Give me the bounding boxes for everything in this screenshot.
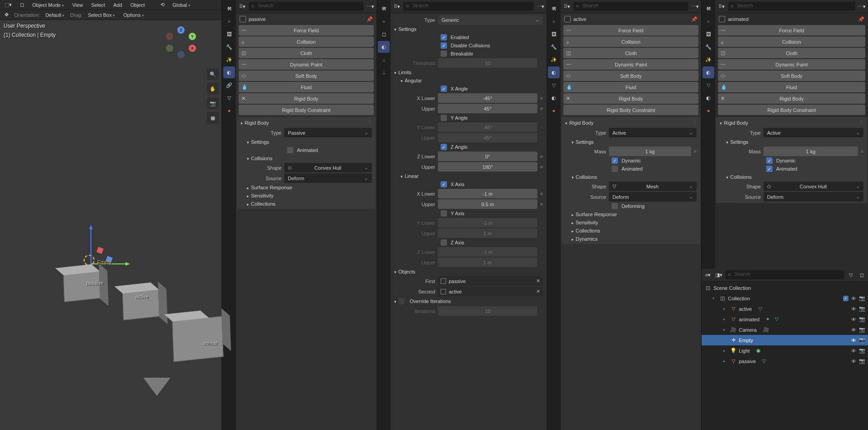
tree-item-passive[interactable]: ▸▽passive ▽👁📷 (702, 356, 868, 366)
threshold-field[interactable]: 10 (438, 58, 537, 68)
x-axis-checkbox[interactable] (441, 181, 447, 187)
x-lower-field[interactable]: -45° (438, 93, 537, 103)
tab-physics-icon[interactable]: ◐ (378, 41, 390, 53)
btn-force-field[interactable]: 〰Force Field (239, 25, 374, 35)
tree-collection[interactable]: ▾◫Collection👁📷 (702, 293, 868, 304)
subsection-linear[interactable]: Linear (391, 172, 547, 180)
x-upper-field[interactable]: 45° (438, 104, 537, 113)
subsection-dynamics[interactable]: Dynamics (562, 235, 700, 243)
tab-particles-icon[interactable]: ✨ (223, 54, 235, 66)
btn-force-field[interactable]: 〰Force Field (563, 25, 698, 35)
btn-fluid[interactable]: 💧Fluid (563, 82, 698, 92)
type-dropdown[interactable]: Passive (284, 128, 372, 137)
orientation-dropdown[interactable]: Global (170, 1, 193, 9)
search-input[interactable]: Search (573, 2, 688, 11)
tab-data-icon[interactable]: ▽ (223, 92, 235, 104)
animated-checkbox[interactable] (766, 166, 773, 172)
subsection-collisions[interactable]: Collisions (562, 173, 700, 181)
outliner-type-icon[interactable]: ≡▾ (703, 270, 712, 279)
tab-particles-icon[interactable]: ✨ (548, 54, 560, 66)
tab-material-icon[interactable]: ● (223, 105, 235, 116)
subsection-collisions[interactable]: Collisions (716, 173, 867, 181)
override-iterations-checkbox[interactable] (398, 298, 405, 304)
visibility-icon[interactable]: 👁 (851, 359, 856, 364)
btn-soft-body[interactable]: ⬭Soft Body (718, 71, 865, 81)
mode-dropdown[interactable]: Object Mode (30, 1, 67, 9)
type-dropdown[interactable]: Generic (438, 15, 543, 25)
section-rigid-body[interactable]: Rigid Body⠿ (562, 118, 700, 127)
shape-dropdown[interactable]: ◇ Convex Hull (284, 163, 372, 172)
render-icon[interactable]: 📷 (859, 295, 865, 301)
second-object-field[interactable]: active✕ (438, 287, 543, 296)
tab-mesh-icon[interactable]: ▽ (702, 79, 714, 91)
btn-collision[interactable]: ⎐Collision (239, 36, 374, 47)
object-animated-cube[interactable] (172, 316, 223, 362)
tab-material-icon[interactable]: ◐ (702, 92, 714, 104)
iterations-field[interactable]: 10 (438, 306, 537, 316)
tree-item-animated[interactable]: ▸▽animated ✦ ▽👁📷 (702, 314, 868, 324)
tab-render-icon[interactable]: ▫ (223, 15, 235, 27)
search-input[interactable]: Search (728, 2, 855, 11)
tab-render-icon[interactable]: ▫ (378, 15, 390, 27)
tab-output-icon[interactable]: 🖼 (548, 28, 560, 40)
display-mode-icon[interactable]: ◨▾ (714, 270, 723, 279)
lx-lower-field[interactable]: -1 m (438, 189, 537, 198)
z-upper-field[interactable]: 180° (438, 162, 537, 172)
enabled-checkbox[interactable] (441, 34, 447, 40)
mass-field[interactable]: 1 kg (609, 147, 691, 156)
tab-wrench-icon[interactable]: 🔧 (223, 41, 235, 53)
pin-icon[interactable]: 📌 (691, 16, 697, 22)
section-rigid-body[interactable]: Rigid Body⠿ (237, 118, 376, 127)
pin-icon[interactable]: 📌 (858, 16, 864, 22)
tree-item-empty[interactable]: ✛Empty👁📷 (702, 335, 868, 345)
subsection-angular[interactable]: Angular (391, 76, 547, 85)
btn-force-field[interactable]: 〰Force Field (718, 25, 865, 35)
subsection-settings[interactable]: Settings (562, 138, 700, 146)
menu-select[interactable]: Select (89, 1, 108, 9)
source-dropdown[interactable]: Deform (284, 173, 372, 183)
drag-mode-dropdown[interactable]: Select Box (85, 11, 118, 19)
type-dropdown[interactable]: Active (609, 128, 697, 137)
axis-y[interactable]: Y (189, 33, 196, 40)
shape-dropdown[interactable]: ▽ Mesh (609, 182, 697, 191)
tab-physics-icon[interactable]: ◐ (702, 66, 714, 78)
axis-neg-x[interactable] (166, 33, 173, 40)
subsection-sensitivity[interactable]: Sensitivity (237, 192, 376, 200)
btn-soft-body[interactable]: ⬭Soft Body (563, 71, 698, 81)
tab-physics-icon[interactable]: ◐ (223, 66, 235, 78)
filter-icon[interactable]: ▽ (846, 270, 855, 279)
tab-data-icon[interactable]: ⟂ (378, 66, 390, 78)
tab-wrench-icon[interactable]: 🔧 (548, 41, 560, 53)
render-icon[interactable]: 📷 (859, 306, 865, 312)
source-dropdown[interactable]: Deform (763, 192, 863, 202)
btn-cloth[interactable]: ◫Cloth (563, 48, 698, 58)
y-upper-field[interactable]: 45° (438, 133, 537, 142)
btn-rigid-body-constraint[interactable]: Rigid Body Constraint (718, 105, 865, 115)
search-input[interactable]: Search (403, 2, 534, 11)
subsection-limits[interactable]: Limits (391, 68, 547, 76)
first-object-field[interactable]: passive✕ (438, 276, 543, 286)
visibility-icon[interactable]: 👁 (851, 306, 856, 312)
render-icon[interactable]: 📷 (859, 358, 865, 364)
subsection-settings[interactable]: Settings (237, 138, 376, 146)
btn-rigid-body-constraint[interactable]: Rigid Body Constraint (239, 105, 374, 115)
tab-output-icon[interactable]: 🖼 (702, 28, 714, 40)
options-dropdown[interactable]: Options (120, 11, 146, 19)
subsection-settings[interactable]: Settings (391, 25, 547, 33)
tab-render-icon[interactable]: ▫ (702, 15, 714, 27)
menu-object[interactable]: Object (128, 1, 148, 9)
subsection-collections[interactable]: Collections (237, 200, 376, 208)
render-icon[interactable]: 📷 (859, 337, 865, 343)
y-lower-field[interactable]: -45° (438, 122, 537, 132)
z-axis-checkbox[interactable] (441, 239, 447, 246)
editor-type-icon[interactable]: ⬚▾ (2, 1, 15, 9)
visibility-icon[interactable]: 👁 (851, 327, 856, 333)
btn-fluid[interactable]: 💧Fluid (718, 82, 865, 92)
section-rigid-body[interactable]: Rigid Body⠿ (716, 118, 867, 127)
subsection-sensitivity[interactable]: Sensitivity (562, 218, 700, 227)
ly-upper-field[interactable]: 1 m (438, 228, 537, 238)
axis-neg-y[interactable] (166, 45, 173, 52)
new-collection-icon[interactable]: ◻ (857, 270, 866, 279)
dynamic-checkbox[interactable] (766, 157, 773, 164)
menu-add[interactable]: Add (110, 1, 125, 9)
